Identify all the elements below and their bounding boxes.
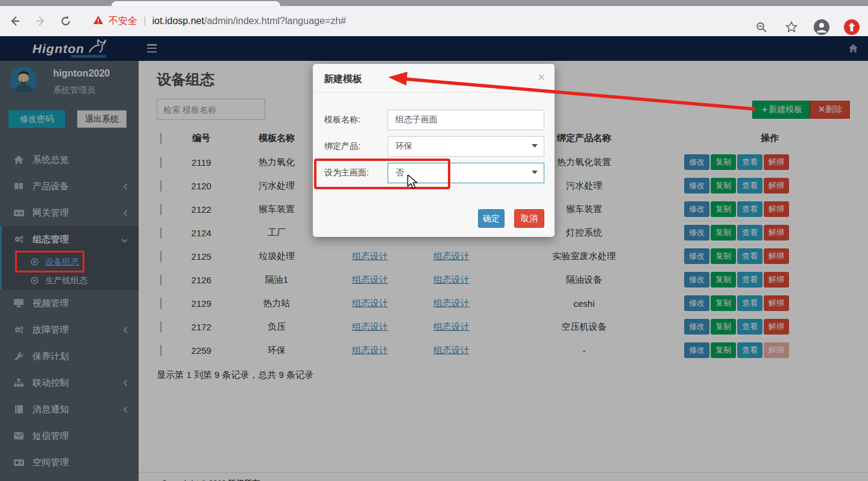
field-select[interactable]: 否	[388, 163, 544, 183]
modal-title: 新建模板	[324, 73, 362, 86]
cancel-button[interactable]: 取消	[514, 209, 544, 228]
bookmark-star-icon[interactable]	[781, 17, 802, 37]
field-select[interactable]: 环保	[388, 136, 544, 157]
zoom-out-icon[interactable]	[751, 17, 772, 37]
browser-update-icon[interactable]	[841, 17, 862, 37]
back-icon[interactable]	[5, 11, 25, 31]
modal-field-1: 绑定产品:环保	[313, 136, 555, 157]
url-path[interactable]: /admin/index.html?language=zh#	[204, 16, 346, 27]
modal-field-0: 模板名称:组态子画面	[313, 110, 555, 130]
browser-chrome: 不安全 | iot.idosp.net /admin/index.html?la…	[0, 0, 868, 36]
browser-tabstrip	[0, 0, 868, 6]
caret-down-icon	[532, 171, 538, 174]
field-label: 设为主画面:	[324, 168, 369, 178]
modal-header: 新建模板 ×	[313, 64, 555, 93]
address-bar[interactable]: 不安全 | iot.idosp.net /admin/index.html?la…	[93, 15, 346, 28]
security-label[interactable]: 不安全	[108, 15, 137, 28]
field-label: 模板名称:	[324, 115, 360, 125]
template-name-input[interactable]: 组态子画面	[388, 110, 544, 130]
browser-tab[interactable]	[112, 1, 280, 6]
url-separator: |	[143, 15, 146, 27]
new-template-modal: 新建模板 × 模板名称:组态子画面绑定产品:环保设为主画面:否 确定 取消	[313, 64, 555, 237]
browser-toolbar: 不安全 | iot.idosp.net /admin/index.html?la…	[0, 6, 868, 36]
url-host[interactable]: iot.idosp.net	[152, 16, 204, 27]
insecure-warning-icon	[93, 15, 104, 27]
forward-icon[interactable]	[30, 11, 51, 31]
reload-icon[interactable]	[55, 11, 76, 31]
field-label: 绑定产品:	[324, 141, 360, 152]
profile-avatar-icon[interactable]	[811, 17, 832, 37]
caret-down-icon	[532, 144, 538, 148]
modal-field-2: 设为主画面:否	[313, 163, 555, 183]
modal-footer: 确定 取消	[478, 209, 544, 228]
modal-close-icon[interactable]: ×	[538, 71, 545, 83]
confirm-button[interactable]: 确定	[478, 209, 505, 228]
